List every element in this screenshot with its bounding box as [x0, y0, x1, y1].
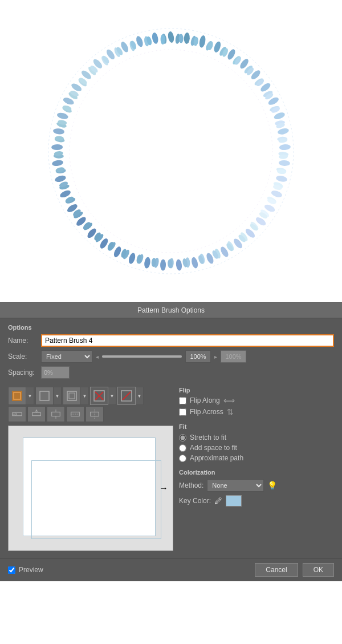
- tile-btn-1-dropdown[interactable]: ▼: [26, 387, 34, 405]
- scale-label: Scale:: [8, 353, 41, 361]
- svg-point-71: [160, 259, 166, 270]
- tile-btn-5-dropdown[interactable]: ▼: [136, 387, 144, 405]
- pattern-brush-dialog: Pattern Brush Options Options Name: Scal…: [0, 302, 342, 581]
- cancel-button[interactable]: Cancel: [255, 563, 298, 577]
- scale-slider[interactable]: [102, 355, 182, 358]
- preview-checkbox-row: Preview: [8, 566, 43, 574]
- flip-along-checkbox[interactable]: [179, 397, 186, 404]
- add-space-row: Add space to fit: [179, 444, 334, 452]
- align-btn-3[interactable]: [47, 406, 65, 422]
- svg-point-1: [70, 50, 272, 253]
- name-label: Name:: [8, 337, 41, 345]
- scale-arrow-right: ▸: [214, 354, 217, 360]
- svg-point-35: [279, 144, 291, 151]
- svg-point-135: [161, 34, 165, 44]
- add-space-label: Add space to fit: [190, 444, 237, 452]
- svg-rect-140: [67, 391, 76, 400]
- svg-rect-149: [32, 412, 41, 415]
- dialog-title: Pattern Brush Options: [137, 306, 205, 314]
- canvas-area: [0, 0, 342, 302]
- key-color-swatch[interactable]: [226, 495, 242, 507]
- svg-point-41: [275, 175, 288, 183]
- approximate-path-row: Approximate path: [179, 454, 334, 462]
- align-btn-4[interactable]: [66, 406, 84, 422]
- scale-value-input2: [221, 350, 246, 363]
- svg-rect-141: [69, 393, 75, 399]
- flip-across-icon: ⇅: [227, 407, 234, 416]
- key-color-row: Key Color: 🖉: [179, 495, 334, 507]
- options-section-label: Options: [8, 324, 334, 331]
- scale-select[interactable]: Fixed: [41, 350, 92, 363]
- flip-along-row: Flip Along ⟺: [179, 396, 334, 405]
- svg-point-134: [151, 32, 159, 44]
- tile-btn-2-dropdown[interactable]: ▼: [54, 387, 62, 405]
- align-btn-1[interactable]: [8, 406, 26, 422]
- svg-point-5: [184, 33, 190, 44]
- name-input[interactable]: [41, 334, 334, 347]
- svg-point-38: [279, 160, 290, 166]
- footer-buttons: Cancel OK: [255, 563, 334, 577]
- colorization-section: Colorization Method: None 💡 Key Color: 🖉: [179, 469, 334, 507]
- preview-checkbox[interactable]: [8, 566, 15, 574]
- svg-point-7: [179, 34, 184, 43]
- scale-arrow-left: ◂: [96, 354, 99, 360]
- svg-line-146: [123, 392, 131, 400]
- flip-label: Flip: [179, 387, 334, 394]
- flip-along-icon: ⟺: [223, 396, 235, 405]
- scale-field-row: Scale: Fixed ◂ ▸: [8, 350, 334, 363]
- stretch-to-fit-label: Stretch to fit: [190, 434, 226, 442]
- tile-btn-3[interactable]: [63, 387, 81, 405]
- svg-rect-151: [52, 412, 60, 416]
- preview-inner-box: [31, 460, 161, 539]
- info-icon: 💡: [267, 481, 277, 490]
- flip-section: Flip Flip Along ⟺ Flip Across ⇅: [179, 387, 334, 416]
- fit-label: Fit: [179, 423, 334, 430]
- ok-button[interactable]: OK: [303, 563, 334, 577]
- approximate-path-radio[interactable]: [179, 455, 186, 462]
- svg-point-74: [144, 257, 151, 269]
- svg-point-44: [270, 189, 283, 199]
- key-color-label: Key Color:: [179, 497, 211, 505]
- add-space-radio[interactable]: [179, 444, 186, 452]
- spacing-input[interactable]: [41, 366, 70, 379]
- svg-point-2: [167, 31, 174, 43]
- eyedropper-icon[interactable]: 🖉: [214, 496, 222, 505]
- svg-point-77: [128, 252, 136, 265]
- svg-rect-139: [40, 391, 49, 400]
- align-btn-5[interactable]: [85, 406, 104, 422]
- svg-point-29: [273, 111, 286, 121]
- colorization-label: Colorization: [179, 469, 334, 476]
- preview-label: Preview: [19, 566, 43, 574]
- preview-arrow: →: [159, 483, 168, 493]
- name-field-row: Name:: [8, 334, 334, 347]
- flip-across-row: Flip Across ⇅: [179, 407, 334, 416]
- tile-btn-2[interactable]: [35, 387, 54, 405]
- tile-btn-1[interactable]: [8, 387, 26, 405]
- tile-btn-4-dropdown[interactable]: ▼: [108, 387, 116, 405]
- svg-point-101: [51, 159, 63, 167]
- flip-across-checkbox[interactable]: [179, 408, 186, 416]
- flip-across-label: Flip Across: [190, 408, 223, 416]
- tile-btn-3-dropdown[interactable]: ▼: [81, 387, 89, 405]
- stretch-to-fit-row: Stretch to fit: [179, 434, 334, 442]
- dialog-titlebar: Pattern Brush Options: [0, 303, 342, 318]
- svg-point-110: [56, 112, 69, 120]
- method-label: Method:: [179, 481, 203, 489]
- align-buttons-row: [8, 406, 173, 422]
- approximate-path-label: Approximate path: [190, 454, 243, 462]
- flip-along-label: Flip Along: [190, 396, 220, 404]
- dialog-footer: Preview Cancel OK: [0, 558, 342, 581]
- align-btn-2[interactable]: [27, 406, 46, 422]
- tile-buttons-row1: ▼ ▼: [8, 387, 173, 405]
- tile-btn-5[interactable]: [117, 387, 136, 405]
- tile-btn-4[interactable]: [90, 387, 108, 405]
- svg-point-32: [277, 127, 290, 135]
- svg-point-8: [198, 35, 206, 48]
- scale-value-input[interactable]: [185, 350, 211, 363]
- dialog-body: Options Name: Scale: Fixed ◂ ▸: [0, 318, 342, 558]
- method-select[interactable]: None: [207, 479, 264, 492]
- stretch-to-fit-radio[interactable]: [179, 434, 186, 442]
- fit-section: Fit Stretch to fit Add space to fit Appr…: [179, 423, 334, 462]
- svg-point-68: [176, 259, 182, 271]
- spacing-field-row: Spacing:: [8, 366, 334, 379]
